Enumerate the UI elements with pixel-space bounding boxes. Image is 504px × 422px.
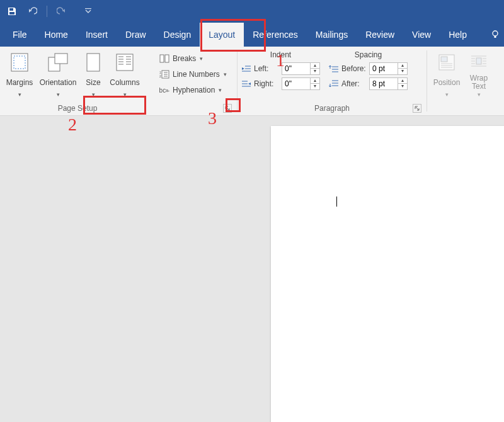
indent-left-icon [241, 64, 251, 74]
spacing-before-label: Before: [341, 64, 367, 73]
svg-rect-19 [160, 55, 164, 62]
document-area[interactable] [0, 116, 504, 422]
tab-home[interactable]: Home [36, 23, 77, 47]
page-setup-launcher[interactable] [223, 104, 232, 113]
svg-rect-1 [9, 12, 14, 14]
orientation-label: Orientation [40, 74, 77, 91]
svg-text:2: 2 [159, 74, 161, 78]
svg-rect-2 [85, 8, 91, 9]
hyphenation-label: Hyphenation [173, 86, 215, 94]
columns-icon [114, 52, 135, 73]
tab-file[interactable]: File [4, 23, 36, 47]
line-numbers-button[interactable]: 12 Line Numbers ▾ [159, 67, 227, 81]
wrap-text-button[interactable]: Wrap Text ▾ [465, 49, 493, 100]
columns-button[interactable]: Columns ▾ [108, 49, 141, 100]
group-arrange: Position ▾ Wrap Text ▾ [427, 47, 496, 115]
breaks-button[interactable]: Breaks ▾ [159, 52, 227, 66]
indent-right-value[interactable] [282, 79, 310, 88]
group-label-paragraph: Paragraph [241, 103, 423, 114]
paragraph-launcher[interactable] [413, 104, 421, 113]
spacing-before-value[interactable] [370, 64, 398, 73]
spin-down-icon[interactable]: ▾ [311, 84, 319, 89]
chevron-down-icon: ▾ [445, 92, 449, 97]
chevron-down-icon: ▾ [224, 71, 227, 77]
customize-qat-icon[interactable] [83, 6, 94, 17]
tab-help[interactable]: Help [440, 23, 476, 47]
indent-left-input[interactable]: ▴▾ [282, 62, 320, 75]
svg-rect-40 [441, 57, 447, 62]
breaks-label: Breaks [173, 54, 196, 63]
tab-insert[interactable]: Insert [77, 23, 117, 47]
chevron-down-icon: ▾ [200, 55, 203, 62]
spacing-before-input[interactable]: ▴▾ [369, 62, 408, 75]
position-label: Position [433, 74, 461, 91]
line-numbers-label: Line Numbers [173, 70, 220, 79]
chevron-down-icon: ▾ [92, 92, 95, 97]
spin-down-icon[interactable]: ▾ [398, 84, 407, 89]
tab-draw[interactable]: Draw [117, 23, 155, 47]
margins-icon [9, 52, 30, 73]
hyphenation-button[interactable]: bca- Hyphenation ▾ [159, 83, 227, 97]
chevron-down-icon: ▾ [18, 92, 21, 97]
ribbon: Margins ▾ Orientation ▾ Size ▾ [0, 47, 504, 116]
chevron-down-icon: ▾ [123, 92, 127, 97]
wrap-text-icon [468, 52, 490, 73]
size-label: Size [86, 74, 100, 91]
indent-right-icon [241, 79, 251, 89]
group-label-page-setup: Page Setup [4, 103, 151, 114]
text-cursor [336, 197, 337, 207]
group-page-setup: Margins ▾ Orientation ▾ Size ▾ [0, 47, 155, 115]
chevron-down-icon: ▾ [478, 92, 481, 97]
spacing-after-value[interactable] [370, 79, 398, 88]
svg-rect-8 [55, 54, 67, 64]
breaks-icon [159, 54, 170, 64]
margins-label: Margins [6, 74, 33, 91]
document-page[interactable] [271, 126, 504, 422]
tab-layout[interactable]: Layout [200, 23, 244, 47]
tab-design[interactable]: Design [155, 23, 200, 47]
size-icon [83, 52, 104, 73]
group-page-setup-extra: Breaks ▾ 12 Line Numbers ▾ bca- Hyphenat… [155, 47, 237, 115]
spin-down-icon[interactable]: ▾ [398, 69, 407, 74]
tab-view[interactable]: View [403, 23, 440, 47]
spacing-after-label: After: [341, 79, 367, 88]
hyphenation-icon: bca- [159, 85, 170, 95]
group-paragraph: Indent Left: ▴▾ Right: ▴▾ [238, 47, 427, 115]
margins-button[interactable]: Margins ▾ [4, 49, 35, 100]
svg-point-3 [493, 31, 498, 36]
tab-references[interactable]: References [244, 23, 307, 47]
orientation-button[interactable]: Orientation ▾ [38, 49, 78, 100]
svg-rect-4 [495, 36, 496, 38]
spacing-before-icon [329, 64, 339, 74]
chevron-down-icon: ▾ [57, 92, 60, 97]
svg-rect-52 [476, 58, 481, 64]
spacing-heading: Spacing [329, 50, 408, 60]
paragraph-label-text: Paragraph [314, 104, 350, 113]
indent-right-label: Right: [254, 79, 279, 88]
tell-me-icon[interactable] [486, 23, 504, 47]
indent-left-label: Left: [254, 64, 279, 73]
qat-separator [47, 6, 47, 17]
save-icon[interactable] [6, 6, 18, 17]
chevron-down-icon: ▾ [219, 87, 222, 93]
quick-access-toolbar [0, 0, 504, 23]
tab-review[interactable]: Review [357, 23, 403, 47]
position-button[interactable]: Position ▾ [431, 49, 462, 100]
svg-rect-9 [87, 54, 100, 71]
indent-right-input[interactable]: ▴▾ [282, 77, 320, 90]
orientation-icon [47, 52, 69, 73]
svg-rect-0 [9, 8, 13, 11]
tab-mailings[interactable]: Mailings [307, 23, 357, 47]
undo-icon[interactable] [26, 6, 38, 17]
wrap-text-label: Wrap Text [470, 74, 488, 91]
spin-down-icon[interactable]: ▾ [311, 69, 319, 74]
page-setup-label-text: Page Setup [58, 104, 98, 113]
size-button[interactable]: Size ▾ [81, 49, 106, 100]
redo-icon[interactable] [56, 6, 67, 17]
svg-rect-20 [165, 55, 169, 62]
spacing-after-input[interactable]: ▴▾ [369, 77, 408, 90]
columns-label: Columns [110, 74, 139, 91]
indent-left-value[interactable] [282, 64, 310, 73]
line-numbers-icon: 12 [159, 69, 170, 79]
indent-heading: Indent [241, 50, 320, 60]
